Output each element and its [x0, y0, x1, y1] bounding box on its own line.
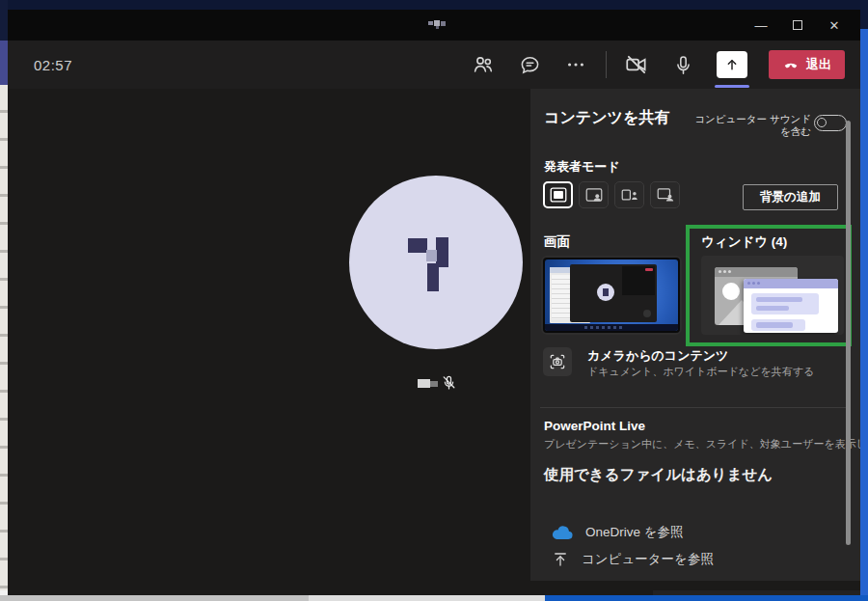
- browse-computer-link[interactable]: コンピューターを参照: [552, 551, 714, 568]
- share-button-wrapper: [717, 51, 747, 78]
- camera-off-icon: [624, 52, 649, 77]
- maximize-button[interactable]: [779, 10, 816, 41]
- camera-content-row[interactable]: カメラからのコンテンツ ドキュメント、ホワイトボードなどを共有する: [543, 347, 848, 386]
- computer-sound-label: コンピューター サウンドを含む: [688, 113, 811, 137]
- teams-logo-icon: [426, 16, 449, 32]
- presenter-mode-content-only[interactable]: [543, 181, 573, 208]
- presenter-mode-side-by-side[interactable]: [614, 181, 644, 208]
- presenter-mode-standout[interactable]: [579, 181, 609, 208]
- participants-button[interactable]: [471, 52, 496, 77]
- meeting-toolbar: 02:57: [8, 41, 860, 89]
- thumb-taskbar: [545, 324, 678, 331]
- toolbar-separator: [606, 51, 607, 78]
- mic-muted-icon: [441, 374, 457, 391]
- screen-thumbnail: [545, 260, 678, 331]
- window-share-tile[interactable]: [701, 256, 844, 335]
- panel-divider: [540, 407, 851, 408]
- thumb-meeting-window: [570, 264, 657, 322]
- participant-avatar: [349, 176, 523, 349]
- window-illustration-front: [744, 279, 838, 333]
- powerpoint-live-title: PowerPoint Live: [544, 419, 645, 433]
- people-icon: [472, 53, 495, 76]
- share-active-underline: [715, 85, 749, 88]
- desktop-wallpaper-sliver: [0, 0, 8, 41]
- panel-title: コンテンツを共有: [544, 108, 669, 128]
- window-section-label: ウィンドウ (4): [701, 233, 787, 251]
- screen-share-tile[interactable]: [541, 256, 682, 335]
- avatar-initial-glyph: [408, 238, 427, 253]
- panel-scrollbar[interactable]: [846, 121, 851, 545]
- teams-meeting-window: — ✕ 02:57: [8, 10, 860, 595]
- reporter-icon: [656, 186, 675, 204]
- window-titlebar: — ✕: [8, 10, 860, 41]
- desktop-right-edge: [860, 0, 868, 601]
- camera-scan-icon: [548, 352, 567, 371]
- meeting-timer: 02:57: [34, 41, 72, 89]
- background-spreadsheet-sliver: [0, 85, 8, 590]
- camera-content-subtitle: ドキュメント、ホワイトボードなどを共有する: [587, 365, 814, 379]
- participant-name-label-2: [430, 381, 438, 387]
- taskbar-sliver-mid: [309, 595, 545, 601]
- add-background-button[interactable]: 背景の追加: [743, 184, 838, 210]
- leave-button-label: 退出: [806, 56, 831, 73]
- presenter-mode-label: 発表者モード: [544, 158, 620, 176]
- toolbar-controls: 退出: [471, 41, 845, 89]
- content-only-icon: [549, 186, 568, 204]
- more-actions-button[interactable]: [563, 52, 588, 77]
- window-share-section-selected: ウィンドウ (4): [686, 225, 852, 346]
- computer-sound-toggle[interactable]: [814, 115, 847, 131]
- camera-toggle-button[interactable]: [624, 52, 649, 77]
- background-window-sliver: [0, 41, 8, 85]
- participant-name-label: [418, 379, 430, 388]
- window-controls: — ✕: [743, 10, 853, 41]
- close-button[interactable]: ✕: [816, 10, 853, 41]
- chat-button[interactable]: [517, 52, 542, 77]
- taskbar-sliver-blue: [545, 595, 868, 601]
- presenter-mode-reporter[interactable]: [650, 181, 680, 208]
- panel-bottom-shadow: [653, 590, 860, 595]
- share-arrow-icon: [724, 57, 740, 72]
- minimize-button[interactable]: —: [743, 10, 779, 41]
- share-content-panel: コンテンツを共有 コンピューター サウンドを含む 発表者モード: [530, 89, 860, 581]
- upload-icon: [552, 551, 569, 568]
- browse-onedrive-label: OneDrive を参照: [585, 524, 684, 541]
- camera-content-tile: [543, 347, 572, 376]
- desktop-left-edge: [0, 0, 8, 601]
- desktop-bottom-edge: [0, 595, 868, 601]
- leave-phone-icon: [782, 56, 800, 73]
- screen-section-label: 画面: [544, 233, 570, 251]
- desktop-wallpaper-sliver-right: [860, 0, 868, 29]
- share-content-button[interactable]: [717, 51, 747, 78]
- camera-content-title: カメラからのコンテンツ: [587, 347, 728, 365]
- more-icon: [565, 54, 586, 75]
- no-files-message: 使用できるファイルはありません: [544, 465, 783, 483]
- browse-onedrive-link[interactable]: OneDrive を参照: [552, 524, 684, 541]
- side-by-side-icon: [620, 186, 639, 204]
- presenter-mode-row: [543, 181, 680, 208]
- leave-button[interactable]: 退出: [769, 50, 845, 79]
- onedrive-cloud-icon: [552, 526, 573, 540]
- chat-icon: [519, 54, 541, 76]
- mic-icon: [672, 54, 694, 76]
- toggle-knob: [817, 118, 827, 127]
- maximize-icon: [793, 20, 802, 30]
- browse-computer-label: コンピューターを参照: [582, 551, 714, 568]
- mic-toggle-button[interactable]: [670, 52, 695, 77]
- powerpoint-live-subtitle: プレゼンテーション中に、メモ、スライド、対象ユーザーを表示します: [544, 437, 860, 451]
- standout-icon: [584, 186, 604, 204]
